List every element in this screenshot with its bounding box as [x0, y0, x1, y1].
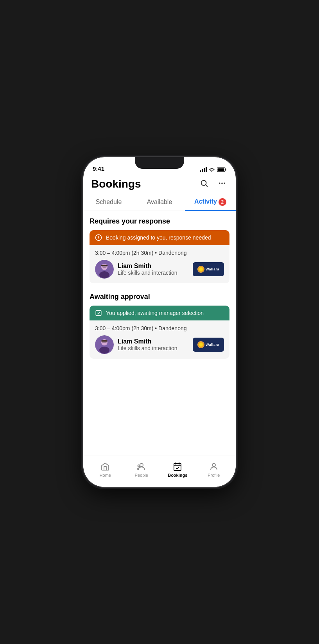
bookings-icon — [173, 462, 182, 471]
signal-icon — [200, 167, 207, 172]
battery-icon — [217, 167, 226, 172]
app-header: Bookings — [83, 174, 236, 190]
main-content: Requires your response Booking assigned … — [83, 211, 236, 456]
nav-bookings-label: Bookings — [168, 473, 187, 478]
wallara-logo-1: Wallara — [197, 266, 219, 273]
more-icon — [218, 179, 226, 188]
person-silhouette-1 — [95, 260, 114, 279]
wallara-circle-2 — [197, 341, 204, 348]
wallara-text-2: Wallara — [206, 343, 219, 347]
wallara-logo-2: Wallara — [197, 341, 219, 348]
svg-point-23 — [138, 465, 140, 467]
avatar-1 — [95, 260, 114, 279]
more-options-button[interactable] — [216, 177, 228, 190]
card-banner-orange: Booking assigned to you, response needed — [90, 230, 229, 245]
wallara-text-1: Wallara — [206, 267, 219, 271]
svg-rect-24 — [174, 463, 181, 470]
tab-available[interactable]: Available — [134, 195, 185, 211]
svg-rect-1 — [226, 168, 226, 170]
tab-schedule[interactable]: Schedule — [83, 195, 134, 211]
wallara-circle-1 — [197, 266, 204, 273]
nav-home[interactable]: Home — [87, 462, 124, 478]
svg-rect-15 — [101, 265, 108, 266]
search-icon — [200, 179, 208, 188]
person-name-1: Liam Smith — [118, 263, 189, 270]
nav-profile-label: Profile — [208, 473, 220, 478]
nav-bookings[interactable]: Bookings — [160, 462, 196, 478]
nav-home-label: Home — [100, 473, 111, 478]
person-info-1: Liam Smith Life skills and interaction — [118, 263, 189, 276]
svg-rect-2 — [217, 168, 224, 171]
tabs-container: Schedule Available Activity2 — [83, 190, 236, 211]
svg-point-5 — [219, 182, 220, 184]
status-time: 9:41 — [93, 165, 104, 172]
activity-badge: 2 — [219, 198, 226, 206]
svg-rect-21 — [101, 340, 108, 342]
banner-text-response: Booking assigned to you, response needed — [106, 234, 211, 241]
booking-time-1: 3:00 – 4:00pm (2h 30m) • Dandenong — [95, 250, 224, 256]
banner-text-approval: You applied, awaiting manager selection — [106, 310, 204, 316]
alert-icon — [95, 234, 102, 241]
svg-point-19 — [99, 347, 109, 354]
person-silhouette-2 — [95, 335, 114, 354]
svg-point-22 — [140, 463, 143, 467]
search-button[interactable] — [198, 177, 210, 190]
notch — [135, 157, 184, 169]
home-icon — [100, 462, 110, 471]
status-icons — [200, 167, 226, 172]
person-role-2: Life skills and interaction — [118, 345, 189, 351]
nav-people[interactable]: People — [124, 462, 160, 478]
tab-activity[interactable]: Activity2 — [185, 195, 236, 211]
person-info-2: Liam Smith Life skills and interaction — [118, 338, 189, 351]
svg-line-4 — [206, 185, 207, 186]
section-requires-response: Requires your response Booking assigned … — [90, 217, 229, 283]
svg-point-7 — [224, 182, 226, 184]
booking-person-2: Liam Smith Life skills and interaction W… — [95, 335, 224, 354]
section-awaiting-approval: Awaiting approval You applied, awaiting … — [90, 293, 229, 359]
person-role-1: Life skills and interaction — [118, 270, 189, 276]
section-title-approval: Awaiting approval — [90, 293, 229, 301]
card-body-response: 3:00 – 4:00pm (2h 30m) • Dandenong — [90, 245, 229, 283]
org-logo-1: Wallara — [193, 262, 224, 276]
phone-screen: 9:41 — [83, 157, 236, 487]
avatar-2 — [95, 335, 114, 354]
card-body-approval: 3:00 – 4:00pm (2h 30m) • Dandenong — [90, 320, 229, 359]
header-actions — [198, 177, 228, 190]
booking-time-2: 3:00 – 4:00pm (2h 30m) • Dandenong — [95, 325, 224, 331]
checkbox-icon — [95, 309, 102, 317]
phone-frame: 9:41 — [83, 157, 236, 487]
org-logo-2: Wallara — [193, 338, 224, 352]
bottom-nav: Home People Bookings — [83, 456, 236, 487]
nav-profile[interactable]: Profile — [196, 462, 232, 478]
person-name-2: Liam Smith — [118, 338, 189, 345]
booking-person-1: Liam Smith Life skills and interaction W… — [95, 260, 224, 279]
svg-point-28 — [212, 463, 215, 467]
svg-point-13 — [99, 271, 109, 278]
card-banner-teal: You applied, awaiting manager selection — [90, 306, 229, 320]
nav-people-label: People — [135, 473, 148, 478]
svg-point-6 — [221, 182, 223, 184]
profile-icon — [209, 462, 219, 471]
people-icon — [137, 462, 146, 471]
page-title: Bookings — [91, 178, 141, 190]
section-title-response: Requires your response — [90, 217, 229, 225]
wifi-icon — [209, 167, 215, 172]
booking-card-approval[interactable]: You applied, awaiting manager selection … — [90, 306, 229, 359]
booking-card-response[interactable]: Booking assigned to you, response needed… — [90, 230, 229, 283]
